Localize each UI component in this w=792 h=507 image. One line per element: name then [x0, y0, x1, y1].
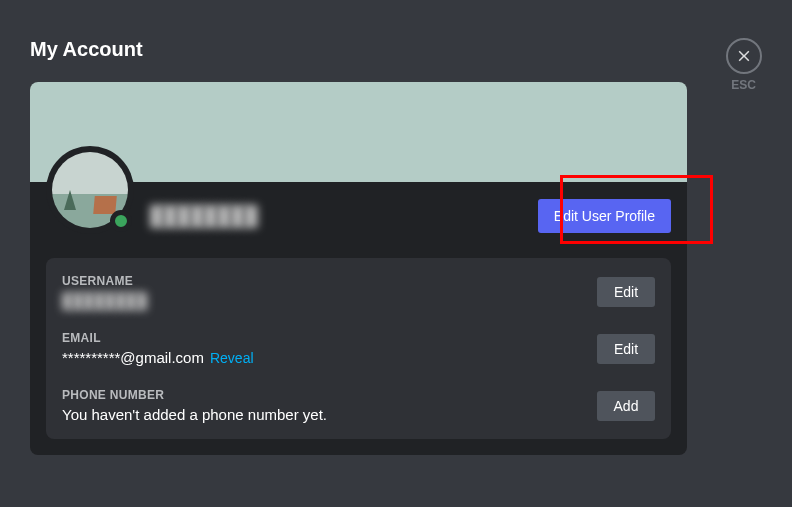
page-title: My Account [30, 38, 143, 61]
esc-label: ESC [731, 78, 756, 92]
edit-user-profile-button[interactable]: Edit User Profile [538, 199, 671, 233]
username-value: ████████ [62, 292, 147, 309]
username-label: Username [62, 274, 147, 288]
field-username: Username ████████ Edit [62, 274, 655, 309]
avatar[interactable] [46, 146, 134, 234]
close-icon [736, 48, 752, 64]
profile-banner [30, 82, 687, 182]
email-label: Email [62, 331, 254, 345]
edit-username-button[interactable]: Edit [597, 277, 655, 307]
account-card: ████████ Edit User Profile Username ████… [30, 82, 687, 455]
add-phone-button[interactable]: Add [597, 391, 655, 421]
phone-label: Phone Number [62, 388, 327, 402]
field-email: Email **********@gmail.comReveal Edit [62, 331, 655, 366]
edit-email-button[interactable]: Edit [597, 334, 655, 364]
email-value: **********@gmail.comReveal [62, 349, 254, 366]
status-online-icon [110, 210, 132, 232]
fields-panel: Username ████████ Edit Email **********@… [46, 258, 671, 439]
avatar-row: ████████ Edit User Profile [30, 182, 687, 250]
phone-value: You haven't added a phone number yet. [62, 406, 327, 423]
reveal-email-link[interactable]: Reveal [210, 350, 254, 366]
field-phone: Phone Number You haven't added a phone n… [62, 388, 655, 423]
close-button[interactable] [726, 38, 762, 74]
display-name: ████████ [150, 205, 258, 227]
